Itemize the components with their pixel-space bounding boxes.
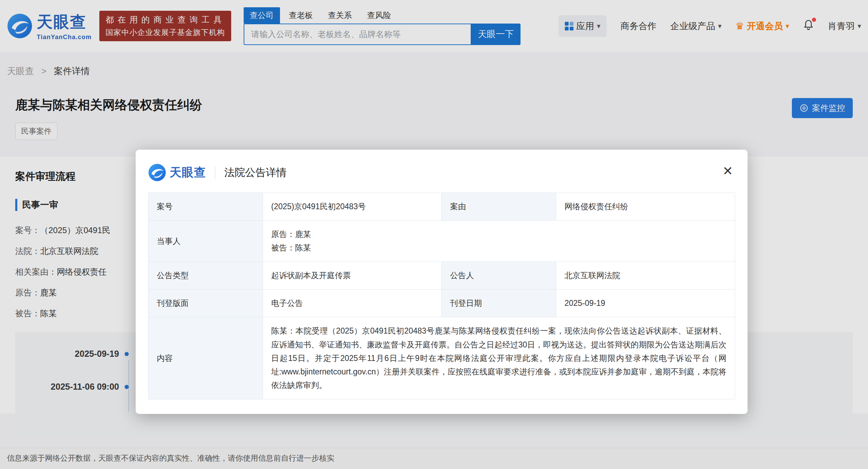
modal-header: 天眼查 法院公告详情 ✕ bbox=[148, 150, 735, 193]
modal-overlay[interactable]: 天眼查 法院公告详情 ✕ 案号 (2025)京0491民初20483号 案由 网… bbox=[0, 0, 868, 469]
modal-brand: 天眼查 bbox=[170, 165, 206, 180]
value-publish-page: 电子公告 bbox=[263, 290, 442, 317]
value-parties: 原告：鹿某 被告：陈某 bbox=[263, 221, 735, 262]
tianyancha-logo-icon bbox=[148, 163, 166, 182]
value-content: 陈某：本院受理（2025）京0491民初20483号鹿某与陈某网络侵权责任纠纷一… bbox=[263, 317, 735, 399]
modal-title: 法院公告详情 bbox=[224, 166, 287, 180]
value-announcer: 北京互联网法院 bbox=[556, 262, 735, 290]
label-content: 内容 bbox=[148, 317, 263, 399]
page: 天眼查 TianYanCha.com 都 在 用 的 商 业 查 询 工 具 国… bbox=[0, 0, 868, 469]
value-notice-type: 起诉状副本及开庭传票 bbox=[263, 262, 442, 290]
label-publish-page: 刊登版面 bbox=[148, 290, 263, 317]
divider bbox=[215, 166, 215, 179]
table-row: 内容 陈某：本院受理（2025）京0491民初20483号鹿某与陈某网络侵权责任… bbox=[148, 317, 735, 399]
label-case-no: 案号 bbox=[148, 193, 263, 221]
label-publish-date: 刊登日期 bbox=[442, 290, 556, 317]
table-row: 当事人 原告：鹿某 被告：陈某 bbox=[148, 221, 735, 262]
label-parties: 当事人 bbox=[148, 221, 263, 262]
defendant-line: 被告：陈某 bbox=[271, 241, 726, 255]
court-notice-table: 案号 (2025)京0491民初20483号 案由 网络侵权责任纠纷 当事人 原… bbox=[148, 193, 735, 399]
value-case-no: (2025)京0491民初20483号 bbox=[263, 193, 442, 221]
value-cause: 网络侵权责任纠纷 bbox=[556, 193, 735, 221]
table-row: 案号 (2025)京0491民初20483号 案由 网络侵权责任纠纷 bbox=[148, 193, 735, 221]
value-publish-date: 2025-09-19 bbox=[556, 290, 735, 317]
label-cause: 案由 bbox=[442, 193, 556, 221]
close-icon[interactable]: ✕ bbox=[723, 165, 733, 177]
table-row: 刊登版面 电子公告 刊登日期 2025-09-19 bbox=[148, 290, 735, 317]
plaintiff-line: 原告：鹿某 bbox=[271, 228, 726, 241]
label-announcer: 公告人 bbox=[442, 262, 556, 290]
table-row: 公告类型 起诉状副本及开庭传票 公告人 北京互联网法院 bbox=[148, 262, 735, 290]
label-notice-type: 公告类型 bbox=[148, 262, 263, 290]
court-notice-modal: 天眼查 法院公告详情 ✕ 案号 (2025)京0491民初20483号 案由 网… bbox=[136, 150, 748, 414]
